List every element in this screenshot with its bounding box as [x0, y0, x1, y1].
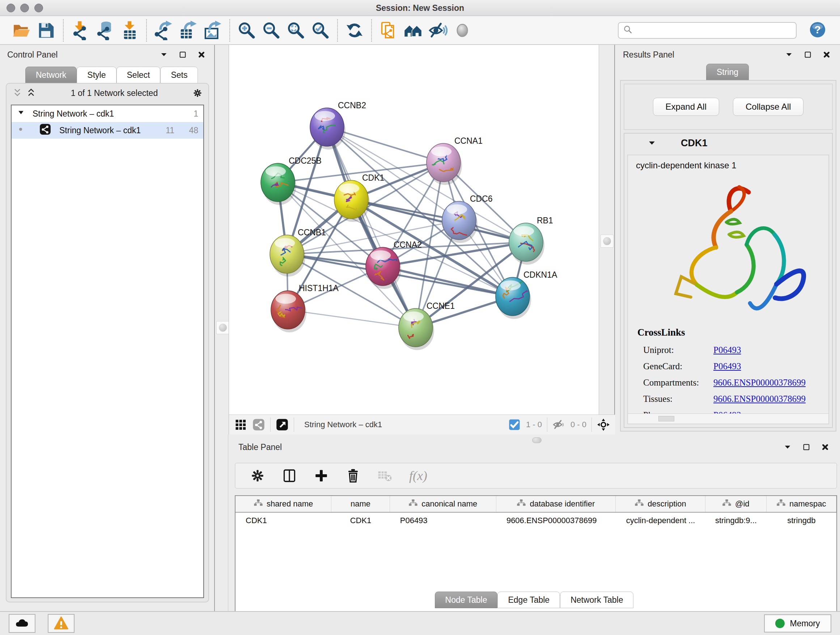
grid-view-button[interactable] [234, 418, 247, 431]
crosslink-link[interactable]: 9606.ENSP00000378699 [714, 378, 806, 388]
hidden-eye-slash-icon[interactable] [553, 418, 565, 431]
tab-sets[interactable]: Sets [160, 67, 198, 83]
import-network-icon [71, 21, 90, 40]
selected-checkbox-icon[interactable] [508, 418, 521, 431]
close-x-icon [197, 50, 206, 59]
column-label: shared name [267, 499, 313, 509]
node-label-HIST1H1A: HIST1H1A [299, 283, 339, 293]
network-tree-row[interactable]: String Network – cdk11 [11, 105, 203, 122]
results-horizontal-scrollbar[interactable] [628, 413, 829, 424]
left-splitter[interactable] [214, 45, 229, 611]
control-panel-title: Control Panel [7, 50, 57, 60]
show-columns-button[interactable] [282, 468, 297, 483]
column-header-namespac[interactable]: namespac [767, 496, 836, 512]
open-file-button[interactable] [9, 19, 34, 42]
tab-node-table[interactable]: Node Table [435, 592, 498, 608]
horizontal-splitter[interactable] [228, 434, 840, 445]
toolbar-separator [337, 19, 338, 42]
search-box[interactable] [618, 22, 797, 39]
tab-edge-table[interactable]: Edge Table [497, 592, 560, 608]
zoom-selected-button[interactable] [308, 19, 333, 42]
document-share-button[interactable] [376, 19, 401, 42]
search-input[interactable] [636, 25, 791, 35]
network-canvas[interactable]: CCNB2 CCNA1 CDC25B CDK1 CDC6 RB1 CCNB1 C… [229, 45, 599, 415]
network-node-CDC25B[interactable]: CDC25B [261, 156, 322, 205]
network-node-HIST1H1A[interactable]: HIST1H1A [271, 283, 339, 333]
float-window-icon [803, 50, 813, 59]
plus-icon [314, 468, 329, 483]
crosslink-link[interactable]: P06493 [714, 345, 741, 355]
zoom-out-button[interactable] [259, 19, 284, 42]
help-button[interactable]: ? [807, 20, 828, 41]
cloud-button[interactable] [9, 614, 35, 633]
protein-entry: CDK1 cyclin-dependent kinase 1 [624, 133, 833, 428]
table-row[interactable]: CDK1CDK1P064939606.ENSP00000378699cyclin… [235, 513, 836, 529]
column-header--id[interactable]: @id [706, 496, 767, 512]
column-header-shared-name[interactable]: shared name [235, 496, 332, 512]
expand-all-button[interactable]: Expand All [653, 98, 719, 116]
horizontal-splitter-handle[interactable] [532, 437, 542, 443]
node-label-CCNA2: CCNA2 [393, 240, 422, 249]
right-splitter[interactable] [599, 45, 615, 415]
control-panel-menu-button[interactable] [158, 49, 169, 60]
cloud-icon [15, 616, 29, 631]
network-node-CCNA1[interactable]: CCNA1 [426, 136, 483, 185]
tree-column-icon [409, 499, 418, 509]
zoom-fit-button[interactable] [284, 19, 308, 42]
collapse-all-button[interactable]: Collapse All [733, 98, 804, 116]
share-view-button[interactable] [252, 418, 265, 431]
control-panel-close-button[interactable] [196, 49, 207, 60]
warning-button[interactable] [48, 614, 74, 633]
import-network-file-button[interactable] [68, 19, 93, 42]
homes-button[interactable] [401, 19, 425, 42]
folder-open-icon [12, 21, 32, 40]
tab-network[interactable]: Network [25, 67, 77, 83]
hide-show-button[interactable] [425, 19, 450, 42]
tab-string[interactable]: String [706, 64, 749, 80]
tab-select[interactable]: Select [117, 67, 161, 83]
export-table-button[interactable] [176, 19, 201, 42]
column-header-canonical-name[interactable]: canonical name [390, 496, 496, 512]
import-network-database-button[interactable] [93, 19, 117, 42]
search-icon [623, 25, 633, 36]
network-tree-row[interactable]: String Network – cdk11148 [11, 122, 203, 139]
grid-dots-icon [234, 418, 247, 431]
network-options-gear-button[interactable] [193, 88, 202, 98]
column-header-description[interactable]: description [616, 496, 706, 512]
column-header-database-identifier[interactable]: database identifier [496, 496, 616, 512]
warning-triangle-icon [54, 616, 68, 631]
expand-all-networks-button[interactable] [26, 88, 36, 98]
network-node-CDKN1A[interactable]: CDKN1A [496, 270, 557, 319]
delete-column-button[interactable] [346, 468, 361, 483]
left-splitter-handle[interactable] [216, 321, 229, 334]
entry-collapse-caret[interactable] [647, 138, 657, 148]
floppy-save-icon [36, 21, 56, 40]
control-panel-float-button[interactable] [177, 49, 188, 60]
results-panel-close-button[interactable] [821, 49, 832, 60]
memory-button[interactable]: Memory [764, 614, 831, 632]
inactive-eye-button[interactable] [450, 19, 475, 42]
table-settings-gear-button[interactable] [250, 468, 265, 483]
tab-style[interactable]: Style [77, 67, 116, 83]
birdseye-view-button[interactable] [276, 418, 289, 431]
column-header-name[interactable]: name [332, 496, 390, 512]
network-node-RB1[interactable]: RB1 [509, 216, 553, 264]
crosslink-link[interactable]: P06493 [714, 361, 741, 371]
network-node-CCNB2[interactable]: CCNB2 [310, 101, 366, 149]
reposition-crosshair-button[interactable] [597, 418, 610, 431]
hidden-node-edge-count: 0 - 0 [570, 420, 586, 429]
results-panel-float-button[interactable] [802, 49, 813, 60]
tab-network-table[interactable]: Network Table [560, 592, 633, 608]
export-network-button[interactable] [151, 19, 176, 42]
import-table-button[interactable] [117, 19, 142, 42]
results-panel-menu-button[interactable] [783, 49, 794, 60]
add-column-button[interactable] [314, 468, 329, 483]
collapse-all-networks-button[interactable] [12, 88, 22, 98]
crosslink-link[interactable]: 9606.ENSP00000378699 [714, 394, 806, 404]
save-session-button[interactable] [34, 19, 58, 42]
right-splitter-handle[interactable] [600, 234, 614, 248]
export-image-button[interactable] [201, 19, 225, 42]
apply-layout-button[interactable] [342, 19, 367, 42]
function-builder-button: f(x) [409, 468, 427, 483]
zoom-in-button[interactable] [234, 19, 259, 42]
